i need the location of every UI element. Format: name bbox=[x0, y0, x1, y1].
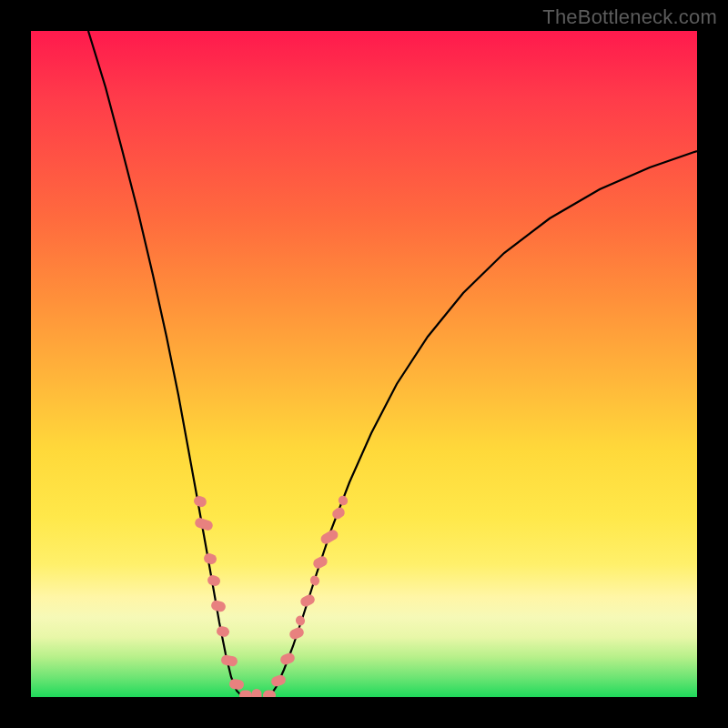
data-marker bbox=[216, 625, 230, 638]
bottleneck-curve-left bbox=[88, 31, 243, 697]
data-marker bbox=[252, 689, 262, 697]
data-marker bbox=[294, 614, 307, 627]
plot-area bbox=[31, 31, 697, 697]
data-marker bbox=[228, 678, 244, 690]
watermark-text: TheBottleneck.com bbox=[542, 5, 717, 29]
data-marker bbox=[279, 652, 297, 666]
bottleneck-curve-right bbox=[269, 151, 697, 697]
data-marker bbox=[319, 528, 340, 546]
data-marker bbox=[298, 593, 316, 609]
data-marker bbox=[210, 600, 227, 613]
curve-overlay bbox=[31, 31, 697, 697]
data-marker bbox=[288, 626, 305, 642]
data-marker bbox=[308, 574, 321, 587]
chart-frame: TheBottleneck.com bbox=[0, 0, 728, 728]
data-marker bbox=[330, 506, 347, 521]
data-marker bbox=[207, 574, 221, 587]
data-marker bbox=[220, 654, 238, 667]
data-marker bbox=[311, 554, 329, 570]
data-markers-group bbox=[193, 494, 350, 697]
data-marker bbox=[193, 494, 208, 508]
data-marker bbox=[270, 673, 288, 688]
data-marker bbox=[337, 494, 349, 508]
data-marker bbox=[203, 552, 218, 566]
data-marker bbox=[239, 690, 252, 697]
